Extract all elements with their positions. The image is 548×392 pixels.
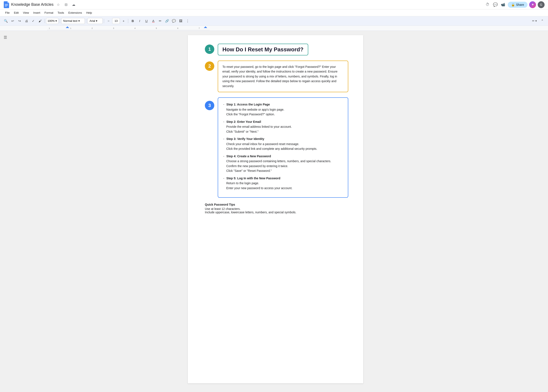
svg-text:1: 1	[49, 27, 50, 29]
share-button[interactable]: 🔒 Share	[508, 2, 527, 8]
more-tools-btn[interactable]: ⋮	[184, 18, 191, 24]
outline-icon[interactable]: ☰	[4, 35, 7, 40]
title-bar: Knowledge Base Articles ☆ ⊟ ☁ ⏱ 💬 📹 🔒 Sh…	[0, 0, 548, 9]
text-color-btn[interactable]: A	[150, 18, 156, 24]
menu-edit[interactable]: Edit	[12, 10, 20, 15]
ruler-svg: 1 1 2 3 4 5 6 7	[47, 26, 210, 30]
right-indent-marker	[204, 26, 207, 28]
style-selector[interactable]: Normal text ▾	[61, 18, 85, 24]
docs-icon	[3, 1, 9, 8]
style-chevron: ▾	[78, 19, 80, 22]
menu-tools[interactable]: Tools	[56, 10, 66, 15]
dash-3: -	[223, 137, 224, 140]
search-tool-btn[interactable]: 🔍	[3, 18, 9, 24]
font-increase-btn[interactable]: +	[120, 18, 127, 24]
separator-2	[60, 19, 60, 23]
avatar[interactable]: G	[538, 1, 545, 8]
svg-text:3: 3	[113, 27, 114, 29]
svg-text:7: 7	[199, 27, 200, 29]
svg-rect-0	[5, 4, 8, 5]
badge-1: 1	[205, 44, 214, 54]
undo-btn[interactable]: ↩	[9, 18, 16, 24]
font-selector[interactable]: Arial ▾	[88, 18, 103, 24]
italic-btn[interactable]: I	[136, 18, 143, 24]
step-5: - Step 5: Log In with the New Password R…	[223, 176, 343, 191]
image-btn[interactable]: 🖼	[177, 18, 184, 24]
step-3-label: Step 3: Verify Your Identity	[226, 137, 264, 140]
tips-section: Quick Password Tips Use at least 12 char…	[205, 203, 348, 214]
pencil-chevron: ▾	[535, 19, 537, 22]
step-1-label: Step 1: Access the Login Page	[226, 103, 270, 106]
right-panel	[540, 31, 548, 392]
badge-label-3: 3	[208, 103, 211, 108]
dash-1: -	[223, 103, 224, 106]
style-value: Normal text	[63, 19, 77, 22]
steps-box: - Step 1: Access the Login Page Navigate…	[218, 97, 348, 198]
print-btn[interactable]: 🖨	[23, 18, 29, 24]
step-4-label: Step 4: Create a New Password	[226, 154, 271, 158]
step-2-detail: Provide the email address linked to your…	[223, 124, 343, 134]
step-3: - Step 3: Verify Your Identity Check you…	[223, 137, 343, 151]
tip-1: Use at least 12 characters.	[205, 207, 348, 210]
title-box: How Do I Reset My Password?	[218, 44, 308, 56]
badge-label-1: 1	[208, 46, 211, 52]
section-intro: 2 To reset your password, go to the logi…	[205, 61, 348, 92]
toolbar: 🔍 ↩ ↪ 🖨 ✓ 🖌 100% ▾ Normal text ▾ Arial ▾…	[0, 16, 548, 26]
ruler: 1 1 2 3 4 5 6 7	[0, 26, 548, 31]
spellcheck-btn[interactable]: ✓	[30, 18, 36, 24]
document-page: 1 How Do I Reset My Password? 2 To reset…	[188, 35, 363, 384]
font-size-box[interactable]: 13	[112, 18, 120, 24]
folder-icon[interactable]: ⊟	[63, 2, 69, 8]
step-3-title: - Step 3: Verify Your Identity	[223, 137, 343, 142]
menu-help[interactable]: Help	[84, 10, 94, 15]
svg-rect-2	[5, 6, 7, 7]
history-icon[interactable]: ⏱	[485, 2, 491, 8]
bold-btn[interactable]: B	[129, 18, 136, 24]
step-3-detail: Check your email inbox for a password re…	[223, 142, 343, 151]
zoom-selector[interactable]: 100% ▾	[46, 18, 58, 24]
share-label: Share	[516, 3, 524, 7]
font-decrease-btn[interactable]: −	[105, 18, 112, 24]
menu-view[interactable]: View	[21, 10, 31, 15]
intro-text: To reset your password, go to the login …	[222, 65, 337, 88]
camera-icon[interactable]: 📹	[500, 2, 506, 8]
comment-icon[interactable]: 💬	[492, 2, 498, 8]
step-1: - Step 1: Access the Login Page Navigate…	[223, 102, 343, 117]
cloud-icon[interactable]: ☁	[71, 2, 77, 8]
edit-mode-btn[interactable]: ✏ ▾	[531, 18, 538, 23]
separator-1	[44, 19, 45, 23]
menu-file[interactable]: File	[3, 10, 11, 15]
underline-btn[interactable]: U	[143, 18, 150, 24]
step-1-detail: Navigate to the website or app's login p…	[223, 107, 343, 117]
menu-extensions[interactable]: Extensions	[67, 10, 84, 15]
star-icon[interactable]: ☆	[55, 2, 61, 8]
paint-format-btn[interactable]: 🖌	[37, 18, 43, 24]
ruler-inner: 1 1 2 3 4 5 6 7	[47, 26, 548, 31]
dash-4: -	[223, 154, 224, 158]
badge-label-2: 2	[208, 63, 211, 69]
svg-text:4: 4	[134, 27, 135, 29]
menu-insert[interactable]: Insert	[31, 10, 42, 15]
tip-2: Include uppercase, lowercase letters, nu…	[205, 210, 348, 214]
left-panel: ☰	[0, 31, 11, 392]
svg-text:2: 2	[92, 27, 93, 29]
font-value: Arial	[90, 19, 95, 22]
step-4-title: - Step 4: Create a New Password	[223, 154, 343, 159]
highlight-btn[interactable]: ✏	[157, 18, 163, 24]
step-4-detail: Choose a strong password containing lett…	[223, 159, 343, 173]
gemini-icon[interactable]: ✦	[529, 1, 536, 8]
separator-4	[104, 19, 104, 23]
menu-format[interactable]: Format	[43, 10, 55, 15]
link-btn[interactable]: 🔗	[164, 18, 170, 24]
separator-5	[128, 19, 128, 23]
separator-3	[86, 19, 86, 23]
comment-insert-btn[interactable]: 💬	[171, 18, 177, 24]
redo-btn[interactable]: ↪	[16, 18, 23, 24]
step-5-title: - Step 5: Log In with the New Password	[223, 176, 343, 181]
step-5-detail: Return to the login page. Enter your new…	[223, 181, 343, 190]
collapse-btn[interactable]: ⌃	[539, 18, 545, 24]
toolbar-right: ✏ ▾ ⌃	[531, 18, 545, 24]
title-bar-right: ⏱ 💬 📹 🔒 Share ✦ G	[485, 1, 545, 8]
svg-text:5: 5	[156, 27, 157, 29]
font-size-value: 13	[114, 19, 118, 22]
